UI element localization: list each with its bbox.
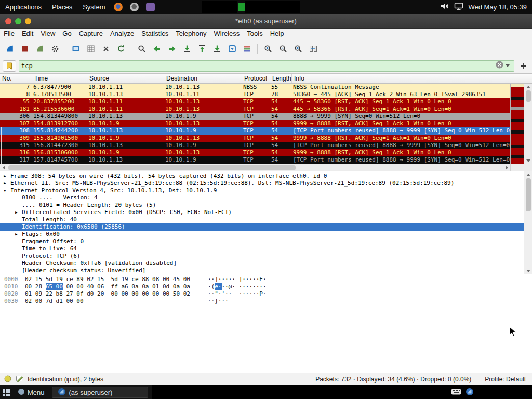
save-file-icon[interactable] [84, 42, 98, 56]
menu-tools[interactable]: Tools [243, 29, 266, 39]
menu-file[interactable]: File [0, 29, 18, 39]
column-header-time[interactable]: Time [32, 74, 87, 83]
menu-view[interactable]: View [37, 29, 59, 39]
filter-clear-icon[interactable] [496, 61, 503, 71]
detail-row[interactable]: Header Checksum: 0xffa6 [validation disa… [0, 260, 532, 267]
zoom-out-icon[interactable] [276, 42, 290, 56]
menu-button[interactable]: Menu [14, 388, 49, 397]
resize-columns-icon[interactable] [306, 42, 320, 56]
wireshark-tray-icon[interactable] [466, 388, 474, 397]
menu-statistics[interactable]: Statistics [138, 29, 172, 39]
hex-row[interactable]: 001000 28 65 00 00 00 40 06 ff a6 0a 0a … [0, 283, 532, 290]
packet-row-selected[interactable]: 308155.81424420010.10.1.1310.10.1.9TCP54… [0, 127, 510, 135]
packet-row[interactable]: 315156.81447230010.10.1.1310.10.1.9TCP54… [0, 142, 510, 149]
display-icon[interactable] [454, 2, 463, 12]
menu-edit[interactable]: Edit [18, 29, 37, 39]
close-file-icon[interactable] [99, 42, 113, 56]
go-to-bottom-icon[interactable] [210, 42, 224, 56]
taskbar-window-button[interactable]: (as superuser) [52, 387, 148, 398]
minimize-window-icon[interactable] [25, 18, 31, 24]
zoom-in-icon[interactable] [261, 42, 275, 56]
expand-arrow-icon[interactable]: ▸ [3, 172, 10, 180]
expand-arrow-icon[interactable]: ▾ [3, 187, 10, 194]
packet-row[interactable]: 5520.83785520010.10.1.1110.10.1.13TCP544… [0, 98, 510, 105]
filter-history-caret-icon[interactable] [506, 64, 510, 67]
detail-row[interactable]: .... 0101 = Header Length: 20 bytes (5) [0, 202, 532, 209]
packet-list-hscrollbar[interactable] [0, 164, 532, 171]
packet-row[interactable]: 76.37847790010.10.1.1110.10.1.13NBSS55NB… [0, 84, 510, 91]
app-launcher-icon[interactable] [130, 3, 139, 11]
expand-arrow-icon[interactable]: ▸ [15, 209, 22, 216]
menu-help[interactable]: Help [267, 29, 288, 39]
menu-telephony[interactable]: Telephony [172, 29, 210, 39]
detail-row[interactable]: ▸Flags: 0x00 [0, 231, 532, 238]
detail-row[interactable]: Time to Live: 64 [0, 245, 532, 252]
find-packet-icon[interactable] [135, 42, 149, 56]
details-vscrollbar[interactable] [524, 171, 532, 274]
app-launcher-icon-2[interactable] [146, 3, 155, 11]
column-header-length[interactable]: Length [270, 74, 292, 83]
hex-row[interactable]: 002001 09 22 b8 27 0f d0 20 00 00 00 00 … [0, 290, 532, 298]
display-filter-input[interactable] [21, 62, 496, 70]
menu-analyze[interactable]: Analyze [107, 29, 138, 39]
packet-row[interactable]: 317157.81474570010.10.1.1310.10.1.9TCP54… [0, 156, 510, 164]
column-header-info[interactable]: Info [292, 74, 532, 83]
go-back-icon[interactable] [150, 42, 164, 56]
scroll-right-icon[interactable] [503, 164, 510, 171]
details-scroll-thumb[interactable] [526, 178, 531, 211]
vscroll-thumb[interactable] [526, 90, 531, 102]
menu-capture[interactable]: Capture [75, 29, 107, 39]
profile-status[interactable]: Profile: Default [485, 376, 526, 383]
hex-row[interactable]: 000002 15 5d 19 ce 89 02 15 5d 19 ce 88 … [0, 276, 532, 283]
detail-row[interactable]: ▸Differentiated Services Field: 0x00 (DS… [0, 209, 532, 216]
colorize-icon[interactable] [240, 42, 254, 56]
stop-capture-icon[interactable] [18, 42, 32, 56]
detail-row[interactable]: ▸Ethernet II, Src: MS-NLB-PhysServer-21_… [0, 180, 532, 187]
system-menu[interactable]: System [77, 0, 110, 14]
applications-menu[interactable]: Applications [0, 0, 47, 14]
column-header-no[interactable]: No. [0, 74, 32, 83]
menu-wireless[interactable]: Wireless [210, 29, 243, 39]
reload-icon[interactable] [114, 42, 128, 56]
expert-info-icon[interactable] [4, 375, 11, 384]
column-header-source[interactable]: Source [87, 74, 164, 83]
detail-row[interactable]: Protocol: TCP (6) [0, 252, 532, 260]
start-capture-icon[interactable] [3, 42, 17, 56]
column-header-protocol[interactable]: Protocol [242, 74, 270, 83]
packet-row[interactable]: 86.37851350010.10.1.1310.10.1.11TCP78583… [0, 91, 510, 98]
intelligent-scrollbar-minimap[interactable] [510, 84, 524, 164]
hscroll-groove[interactable] [7, 164, 503, 171]
menu-go[interactable]: Go [59, 29, 75, 39]
detail-row[interactable]: Total Length: 40 [0, 216, 532, 223]
zoom-reset-icon[interactable] [291, 42, 305, 56]
restart-capture-icon[interactable] [33, 42, 47, 56]
clock[interactable]: Wed May 18, 05:39 [469, 3, 527, 11]
capture-comment-icon[interactable] [16, 375, 23, 384]
filter-bookmark-icon[interactable] [3, 60, 16, 72]
packet-row[interactable]: 316156.81530600010.10.1.910.10.1.13TCP54… [0, 149, 510, 156]
packet-row[interactable]: 309155.81490150010.10.1.910.10.1.13TCP54… [0, 135, 510, 142]
window-titlebar[interactable]: *eth0 (as superuser) [0, 14, 532, 29]
detail-row[interactable]: ▸Frame 308: 54 bytes on wire (432 bits),… [0, 172, 532, 180]
capture-options-icon[interactable] [48, 42, 62, 56]
detail-row[interactable]: Fragment Offset: 0 [0, 238, 532, 245]
volume-icon[interactable] [440, 2, 449, 12]
packet-row[interactable]: 18185.21553660010.10.1.1110.10.1.13TCP54… [0, 105, 510, 113]
scroll-down-icon[interactable] [524, 268, 532, 274]
expand-arrow-icon[interactable]: ▸ [3, 180, 10, 187]
hscroll-thumb[interactable] [8, 165, 296, 170]
scroll-down-icon[interactable] [524, 157, 532, 164]
close-window-icon[interactable] [5, 18, 11, 24]
workspace-grid-icon[interactable] [0, 388, 14, 397]
auto-scroll-icon[interactable] [225, 42, 239, 56]
scroll-left-icon[interactable] [0, 164, 7, 171]
open-file-icon[interactable] [69, 42, 83, 56]
packet-row[interactable]: 307154.81391270010.10.1.910.10.1.13TCP54… [0, 120, 510, 127]
scroll-up-icon[interactable] [524, 171, 532, 178]
expand-arrow-icon[interactable]: ▸ [15, 231, 22, 238]
filter-add-button[interactable] [517, 60, 529, 72]
go-to-top-icon[interactable] [195, 42, 209, 56]
go-forward-icon[interactable] [165, 42, 179, 56]
detail-row[interactable]: 0100 .... = Version: 4 [0, 194, 532, 202]
column-header-destination[interactable]: Destination [164, 74, 242, 83]
